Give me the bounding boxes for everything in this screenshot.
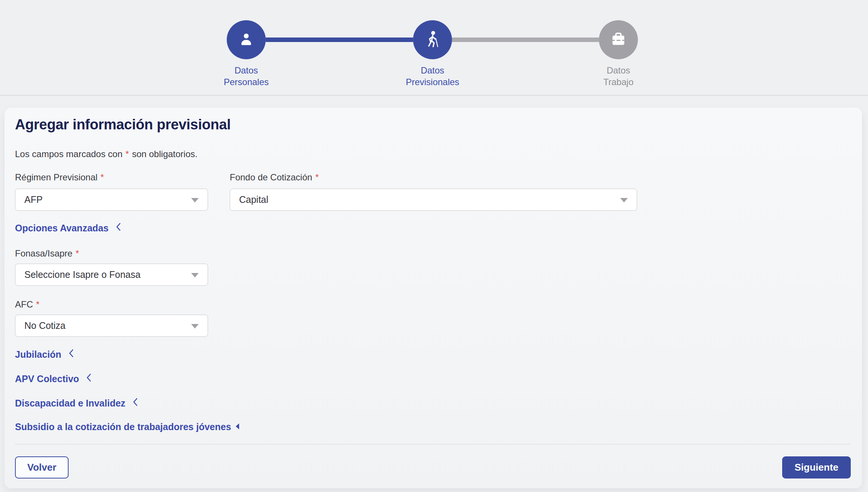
required-asterisk: * <box>75 248 79 258</box>
section-label: Jubilación <box>15 349 61 360</box>
step-2-datos-previsionales[interactable] <box>413 20 452 59</box>
section-opciones-avanzadas[interactable]: Opciones Avanzadas <box>15 222 121 234</box>
section-label: Opciones Avanzadas <box>15 223 109 234</box>
required-asterisk: * <box>100 172 104 182</box>
dropdown-arrow-icon <box>620 198 628 202</box>
regimen-previsional-label: Régimen Previsional* <box>15 172 104 183</box>
afc-value: No Cotiza <box>24 320 66 331</box>
required-fields-note: Los campos marcados con*son obligatorios… <box>15 149 198 159</box>
step-3-datos-trabajo[interactable] <box>599 20 638 59</box>
page-title: Agregar información previsional <box>15 117 231 133</box>
afc-label: AFC* <box>15 299 39 310</box>
walking-person-icon <box>422 28 443 51</box>
section-jubilacion[interactable]: Jubilación <box>15 349 74 360</box>
note-prefix: Los campos marcados con <box>15 149 123 159</box>
fondo-cotizacion-label: Fondo de Cotización* <box>230 172 319 183</box>
step-2-label: Datos Previsionales <box>391 64 474 88</box>
section-discapacidad-invalidez[interactable]: Discapacidad e Invalidez <box>15 398 138 409</box>
fondo-cotizacion-value: Capital <box>239 194 268 205</box>
required-asterisk: * <box>36 299 39 309</box>
stepper-header: Datos Personales Datos Previsionales Dat… <box>0 0 868 96</box>
section-label: APV Colectivo <box>15 374 79 384</box>
form-card: Agregar información previsional Los camp… <box>4 108 862 488</box>
next-button[interactable]: Siguiente <box>782 456 851 478</box>
chevron-left-icon <box>115 222 121 234</box>
fondo-cotizacion-select[interactable]: Capital <box>230 189 637 211</box>
step-1-label: Datos Personales <box>205 64 287 88</box>
fonasa-isapre-label: Fonasa/Isapre* <box>15 248 79 259</box>
section-label: Discapacidad e Invalidez <box>15 398 126 409</box>
section-subsidio-trabajadores-jovenes[interactable]: Subsidio a la cotización de trabajadores… <box>15 422 239 432</box>
stepper-connector-inactive <box>452 38 599 42</box>
note-suffix: son obligatorios. <box>132 149 198 159</box>
chevron-left-icon <box>68 349 74 360</box>
chevron-left-icon <box>86 373 91 384</box>
dropdown-arrow-icon <box>191 324 199 328</box>
fonasa-isapre-select[interactable]: Seleccione Isapre o Fonasa <box>15 264 208 286</box>
required-asterisk: * <box>315 172 319 182</box>
briefcase-icon <box>608 28 629 51</box>
header-divider <box>0 95 868 96</box>
section-label: Subsidio a la cotización de trabajadores… <box>15 422 231 432</box>
back-button[interactable]: Volver <box>15 456 69 478</box>
triangle-left-icon <box>235 422 239 432</box>
section-apv-colectivo[interactable]: APV Colectivo <box>15 373 91 384</box>
chevron-left-icon <box>132 398 138 409</box>
note-asterisk: * <box>126 149 129 159</box>
stepper-connector-active <box>266 38 413 42</box>
dropdown-arrow-icon <box>191 198 199 202</box>
fonasa-isapre-value: Seleccione Isapre o Fonasa <box>24 269 141 280</box>
step-1-datos-personales[interactable] <box>227 20 266 59</box>
afc-select[interactable]: No Cotiza <box>15 315 208 337</box>
regimen-previsional-value: AFP <box>24 194 43 205</box>
user-icon <box>236 29 256 51</box>
footer-divider <box>15 444 851 444</box>
dropdown-arrow-icon <box>191 273 199 277</box>
step-3-label: Datos Trabajo <box>577 64 660 88</box>
regimen-previsional-select[interactable]: AFP <box>15 189 208 211</box>
